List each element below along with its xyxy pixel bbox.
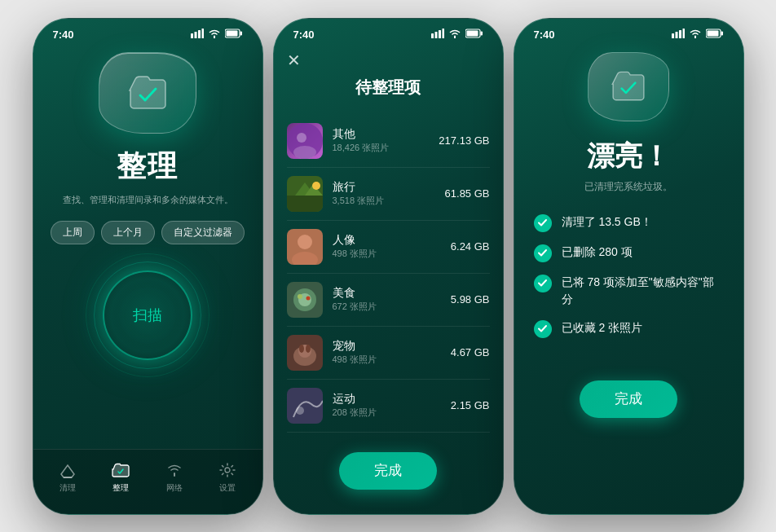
svg-rect-41 — [682, 29, 685, 38]
time-3: 7:40 — [534, 29, 555, 41]
category-pet-size: 4.67 GB — [451, 346, 490, 358]
result-text-2: 已删除 280 项 — [562, 244, 633, 261]
svg-rect-13 — [480, 31, 483, 35]
battery-icon-2 — [465, 29, 483, 41]
filter-buttons: 上周 上个月 自定义过滤器 — [51, 221, 245, 244]
svg-rect-6 — [226, 30, 237, 36]
phones-container: 7:40 — [33, 18, 744, 515]
category-sport-size: 2.15 GB — [451, 399, 490, 411]
category-food-count: 672 张照片 — [333, 301, 451, 313]
svg-rect-0 — [191, 33, 193, 38]
category-pet-info: 宠物 498 张照片 — [333, 339, 451, 366]
status-bar-2: 7:40 — [274, 19, 503, 44]
result-text-4: 已收藏 2 张照片 — [562, 319, 643, 336]
status-bar-3: 7:40 — [514, 19, 743, 44]
svg-rect-2 — [198, 30, 201, 38]
category-portrait[interactable]: 人像 498 张照片 6.24 GB — [287, 221, 490, 274]
status-icons-2 — [431, 29, 483, 41]
nav-organize-label: 整理 — [112, 482, 129, 494]
category-sport[interactable]: 运动 208 张照片 2.15 GB — [287, 380, 490, 433]
svg-rect-44 — [707, 30, 718, 36]
filter-custom-btn[interactable]: 自定义过滤器 — [161, 221, 245, 244]
category-travel[interactable]: 旅行 3,518 张照片 61.85 GB — [287, 168, 490, 221]
category-other-count: 18,426 张照片 — [333, 142, 439, 154]
category-pet-name: 宠物 — [333, 339, 451, 354]
nav-settings-label: 设置 — [219, 482, 236, 494]
battery-icon-1 — [225, 29, 243, 41]
result-item-2: 已删除 280 项 — [534, 244, 724, 262]
svg-rect-40 — [679, 30, 681, 38]
result-item-4: 已收藏 2 张照片 — [534, 319, 724, 338]
subtitle-1: 查找、管理和清理间录和多余的媒体文件。 — [63, 193, 233, 207]
phone2-content: ✕ 待整理项 其他 18,426 张照片 217.13 GB — [274, 44, 503, 490]
nav-settings-icon — [218, 461, 237, 479]
category-travel-count: 3,518 张照片 — [333, 195, 445, 207]
wifi-icon-3 — [689, 29, 702, 41]
done-btn-2[interactable]: 完成 — [339, 452, 437, 490]
signal-icon-1 — [191, 29, 204, 41]
category-pet[interactable]: 宠物 498 张照片 4.67 GB — [287, 327, 490, 380]
result-subtitle: 已清理完系统垃圾。 — [584, 180, 672, 194]
thumb-travel — [287, 176, 323, 212]
category-sport-name: 运动 — [333, 392, 451, 407]
filter-month-btn[interactable]: 上个月 — [101, 221, 155, 244]
category-other-name: 其他 — [333, 127, 439, 142]
svg-point-22 — [312, 182, 320, 190]
nav-settings[interactable]: 设置 — [218, 461, 237, 494]
nav-network-label: 网络 — [166, 482, 183, 494]
result-title: 漂亮！ — [587, 138, 670, 175]
svg-rect-10 — [439, 30, 441, 38]
category-list: 其他 18,426 张照片 217.13 GB 旅行 3,518 张照片 61.… — [287, 115, 490, 433]
result-items: 清理了 13.5 GB！ 已删除 280 项 已将 78 项添加至"敏感内容"部… — [534, 213, 724, 338]
phone-1: 7:40 — [33, 18, 263, 515]
phone3-content: 漂亮！ 已清理完系统垃圾。 清理了 13.5 GB！ 已删除 280 项 — [514, 44, 743, 418]
folder-check-icon-1 — [126, 74, 170, 111]
svg-rect-14 — [466, 30, 478, 36]
thumb-portrait — [287, 229, 323, 265]
check-icon-3 — [534, 275, 552, 292]
category-portrait-info: 人像 498 张照片 — [333, 233, 451, 260]
category-travel-size: 61.85 GB — [445, 187, 490, 200]
signal-icon-3 — [672, 29, 685, 41]
filter-week-btn[interactable]: 上周 — [51, 221, 95, 244]
result-text-3: 已将 78 项添加至"敏感内容"部分 — [562, 274, 724, 308]
category-travel-info: 旅行 3,518 张照片 — [333, 180, 445, 207]
nav-network-icon — [165, 461, 184, 479]
nav-organize[interactable]: 整理 — [111, 461, 130, 494]
nav-network[interactable]: 网络 — [165, 461, 184, 494]
list-title: 待整理项 — [287, 77, 490, 99]
category-food-name: 美食 — [333, 286, 451, 301]
nav-clean-icon — [58, 461, 77, 479]
svg-rect-43 — [721, 31, 723, 35]
svg-rect-9 — [434, 32, 437, 38]
nav-organize-icon — [111, 461, 130, 479]
category-food[interactable]: 美食 672 张照片 5.98 GB — [287, 274, 490, 327]
category-other[interactable]: 其他 18,426 张照片 217.13 GB — [287, 115, 490, 168]
svg-point-35 — [306, 345, 311, 353]
svg-rect-11 — [442, 29, 444, 38]
close-button[interactable]: ✕ — [287, 44, 490, 77]
battery-icon-3 — [706, 29, 724, 41]
wifi-icon-2 — [448, 29, 461, 41]
nav-clean-label: 清理 — [60, 482, 76, 494]
done-btn-3[interactable]: 完成 — [580, 380, 677, 418]
svg-rect-8 — [431, 33, 434, 38]
nav-clean[interactable]: 清理 — [58, 461, 77, 494]
category-sport-count: 208 张照片 — [333, 407, 451, 419]
svg-rect-1 — [194, 32, 196, 38]
svg-point-29 — [298, 294, 302, 299]
result-item-3: 已将 78 项添加至"敏感内容"部分 — [534, 274, 724, 308]
category-food-size: 5.98 GB — [451, 293, 490, 306]
svg-point-7 — [225, 468, 230, 473]
category-portrait-size: 6.24 GB — [451, 240, 490, 253]
scan-button[interactable]: 扫描 — [103, 270, 192, 360]
thumb-other — [287, 123, 323, 159]
category-food-info: 美食 672 张照片 — [333, 286, 451, 313]
category-other-size: 217.13 GB — [439, 134, 489, 147]
result-folder-icon — [588, 52, 669, 121]
phone-2: 7:40 ✕ 待整理项 — [273, 18, 504, 515]
folder-blob-1 — [99, 52, 196, 134]
result-text-1: 清理了 13.5 GB！ — [562, 213, 652, 231]
svg-rect-19 — [287, 196, 323, 212]
folder-icon-1 — [99, 52, 196, 134]
